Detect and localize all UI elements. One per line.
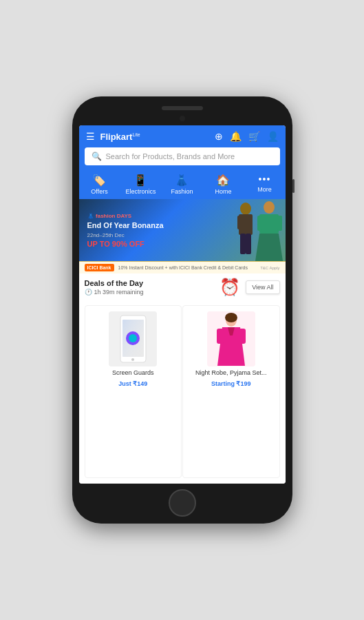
svg-rect-9 bbox=[277, 216, 282, 231]
products-grid: Screen Guards Just ₹149 bbox=[79, 300, 286, 484]
svg-point-6 bbox=[264, 201, 275, 214]
phone-frame: ☰ FlipkartLite ⊕ 🔔 🛒 👤 🔍 Search for Prod… bbox=[72, 96, 292, 524]
icici-promo-banner[interactable]: ICICI Bank 10% Instant Discount + with I… bbox=[79, 261, 286, 273]
phone-camera bbox=[180, 116, 185, 121]
nav-offers[interactable]: 🏷️ Offers bbox=[84, 174, 114, 195]
home-label: Home bbox=[215, 188, 231, 195]
deals-timer-text: 1h 39m remaining bbox=[94, 289, 144, 296]
nav-home[interactable]: 🏠 Home bbox=[208, 174, 238, 195]
deals-title: Deals of the Day bbox=[85, 279, 216, 287]
fashion-days-logo: 👗 fashion DAYS bbox=[87, 212, 277, 219]
more-icon: ••• bbox=[259, 174, 271, 185]
deals-info: Deals of the Day 🕐 1h 39m remaining bbox=[85, 279, 216, 296]
app-logo: FlipkartLite bbox=[100, 132, 209, 142]
product-price-screen-guards: Just ₹149 bbox=[118, 380, 147, 387]
hamburger-menu-icon[interactable]: ☰ bbox=[86, 131, 95, 142]
product-card-night-robe[interactable]: Night Robe, Pyjama Set... Starting ₹199 bbox=[182, 305, 280, 478]
phone-screen: ☰ FlipkartLite ⊕ 🔔 🛒 👤 🔍 Search for Prod… bbox=[79, 125, 286, 484]
view-all-button[interactable]: View All bbox=[246, 280, 279, 294]
svg-point-14 bbox=[131, 358, 134, 361]
offers-icon: 🏷️ bbox=[92, 174, 106, 187]
power-button bbox=[292, 179, 295, 193]
more-label: More bbox=[257, 186, 272, 193]
profile-icon[interactable]: 👤 bbox=[267, 131, 279, 142]
phone-speaker bbox=[162, 106, 203, 110]
robe-svg bbox=[214, 312, 248, 366]
search-icon: 🔍 bbox=[92, 152, 102, 161]
icici-logo: ICICI Bank bbox=[85, 264, 114, 271]
nav-fashion[interactable]: 👗 Fashion bbox=[167, 174, 197, 195]
header-actions: ⊕ 🔔 🛒 👤 bbox=[215, 131, 279, 142]
screen-guard-svg bbox=[118, 314, 149, 364]
cart-icon[interactable]: 🛒 bbox=[248, 131, 260, 142]
electronics-label: Electronics bbox=[125, 188, 156, 195]
svg-point-22 bbox=[225, 313, 237, 322]
product-image-night-robe bbox=[207, 311, 255, 366]
fashion-label: Fashion bbox=[171, 188, 193, 195]
fashion-icon: 👗 bbox=[175, 174, 189, 187]
app-header: ☰ FlipkartLite ⊕ 🔔 🛒 👤 bbox=[79, 125, 286, 147]
add-icon[interactable]: ⊕ bbox=[215, 131, 223, 142]
product-price-night-robe: Starting ₹199 bbox=[211, 380, 251, 387]
offers-label: Offers bbox=[91, 188, 107, 195]
electronics-icon: 📱 bbox=[133, 174, 147, 187]
home-icon: 🏠 bbox=[216, 174, 230, 187]
timer-clock-icon: 🕐 bbox=[85, 289, 92, 296]
product-image-screen-guards bbox=[109, 311, 157, 366]
home-button[interactable] bbox=[169, 489, 196, 517]
deals-timer-row: 🕐 1h 39m remaining bbox=[85, 289, 216, 296]
search-bar-container: 🔍 Search for Products, Brands and More bbox=[79, 147, 286, 171]
search-placeholder-text: Search for Products, Brands and More bbox=[106, 152, 235, 161]
svg-point-16 bbox=[129, 334, 137, 342]
svg-rect-19 bbox=[217, 329, 224, 344]
product-name-night-robe: Night Robe, Pyjama Set... bbox=[195, 369, 267, 378]
deals-section: Deals of the Day 🕐 1h 39m remaining ⏰ Vi… bbox=[79, 273, 286, 300]
category-nav: 🏷️ Offers 📱 Electronics 👗 Fashion 🏠 Home… bbox=[79, 171, 286, 199]
banner-offer: UP TO 90% OFF bbox=[87, 240, 277, 248]
logo-suffix: Lite bbox=[132, 132, 140, 136]
alarm-clock-icon: ⏰ bbox=[220, 278, 240, 297]
logo-text: Flipkart bbox=[100, 132, 133, 142]
banner-title: End Of Year Bonanza bbox=[87, 221, 277, 230]
banner-date: 22nd–25th Dec bbox=[87, 232, 277, 238]
product-name-screen-guards: Screen Guards bbox=[112, 369, 154, 378]
deals-actions: ⏰ View All bbox=[220, 278, 279, 297]
svg-rect-20 bbox=[239, 329, 246, 344]
banner-text: 👗 fashion DAYS End Of Year Bonanza 22nd–… bbox=[87, 212, 277, 247]
promo-banner[interactable]: 👗 fashion DAYS End Of Year Bonanza 22nd–… bbox=[79, 199, 286, 261]
product-card-screen-guards[interactable]: Screen Guards Just ₹149 bbox=[85, 305, 182, 478]
search-input-box[interactable]: 🔍 Search for Products, Brands and More bbox=[85, 147, 280, 165]
nav-more[interactable]: ••• More bbox=[249, 174, 279, 195]
icici-offer-text: 10% Instant Discount + with ICICI Bank C… bbox=[118, 265, 257, 270]
nav-electronics[interactable]: 📱 Electronics bbox=[125, 174, 156, 195]
icici-tc-text: T&C Apply bbox=[260, 266, 279, 270]
notification-icon[interactable]: 🔔 bbox=[230, 131, 242, 142]
